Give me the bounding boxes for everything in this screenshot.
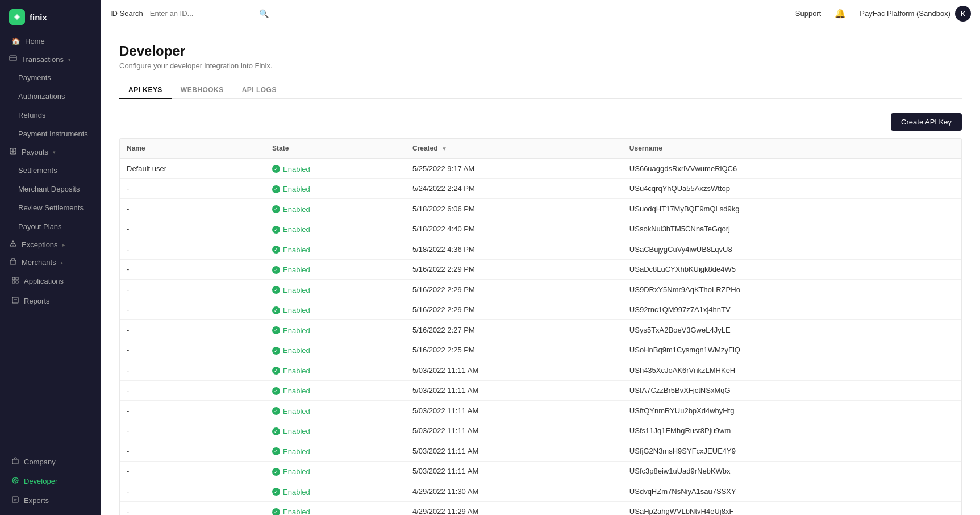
- cell-created: 4/29/2022 11:29 AM: [406, 501, 623, 515]
- table-toolbar: Create API Key: [119, 113, 962, 131]
- sidebar-item-applications[interactable]: Applications: [2, 272, 99, 290]
- state-enabled: ✓Enabled: [272, 367, 310, 375]
- cell-state: ✓Enabled: [265, 239, 406, 260]
- applications-icon: [11, 276, 19, 286]
- search-icon[interactable]: 🔍: [259, 9, 269, 18]
- table-row[interactable]: -✓Enabled5/16/2022 2:25 PMUSoHnBq9m1Cysm…: [120, 340, 961, 360]
- exceptions-icon: [9, 240, 17, 250]
- cell-name: -: [120, 219, 265, 239]
- state-dot-icon: ✓: [272, 165, 280, 173]
- sidebar-item-reports[interactable]: Reports: [2, 292, 99, 310]
- cell-username: USoHnBq9m1Cysmgn1WMzyFiQ: [623, 340, 961, 360]
- table-row[interactable]: -✓Enabled5/03/2022 11:11 AMUSfc3p8eiw1uU…: [120, 461, 961, 481]
- support-link[interactable]: Support: [795, 9, 821, 18]
- col-header-state: State: [265, 139, 406, 159]
- table-row[interactable]: -✓Enabled4/29/2022 11:29 AMUSaHp2ahgWVLb…: [120, 501, 961, 515]
- svg-rect-9: [12, 277, 15, 280]
- sidebar-item-payouts[interactable]: Payouts ▾: [0, 143, 101, 161]
- topbar: ID Search 🔍 Support 🔔 PayFac Platform (S…: [101, 0, 980, 27]
- sidebar-item-payout-plans[interactable]: Payout Plans: [2, 218, 99, 235]
- cell-name: -: [120, 178, 265, 199]
- cell-created: 5/03/2022 11:11 AM: [406, 360, 623, 381]
- reports-icon: [11, 296, 19, 306]
- state-enabled: ✓Enabled: [272, 165, 310, 173]
- sidebar-item-home[interactable]: 🏠 Home: [2, 32, 99, 50]
- sidebar-item-review-settlements[interactable]: Review Settlements: [2, 199, 99, 217]
- cell-created: 5/16/2022 2:29 PM: [406, 259, 623, 280]
- state-enabled: ✓Enabled: [272, 225, 310, 234]
- cell-state: ✓Enabled: [265, 380, 406, 401]
- table-row[interactable]: -✓Enabled5/03/2022 11:11 AMUSfs11Jq1EMhg…: [120, 421, 961, 441]
- table-row[interactable]: -✓Enabled5/03/2022 11:11 AMUSfjG2N3msH9S…: [120, 441, 961, 462]
- sidebar-item-authorizations[interactable]: Authorizations: [2, 88, 99, 105]
- sidebar-item-settlements[interactable]: Settlements: [2, 161, 99, 179]
- sidebar-item-exceptions[interactable]: Exceptions ▸: [0, 236, 101, 254]
- sidebar-item-transactions[interactable]: Transactions ▾: [0, 51, 101, 68]
- cell-created: 5/18/2022 4:40 PM: [406, 219, 623, 239]
- table-row[interactable]: -✓Enabled5/24/2022 2:24 PMUSu4cqrqYhQUa5…: [120, 178, 961, 199]
- cell-created: 5/03/2022 11:11 AM: [406, 380, 623, 401]
- state-enabled: ✓Enabled: [272, 246, 310, 254]
- col-header-created[interactable]: Created ▼: [406, 139, 623, 159]
- notification-bell-icon[interactable]: 🔔: [835, 8, 846, 19]
- tab-api-logs[interactable]: API LOGS: [233, 81, 286, 99]
- svg-point-18: [14, 479, 16, 481]
- cell-username: US66uaggdsRxriVVwumeRiQC6: [623, 159, 961, 179]
- table-row[interactable]: -✓Enabled5/18/2022 4:40 PMUSsokNui3hTM5C…: [120, 219, 961, 239]
- table-row[interactable]: -✓Enabled5/03/2022 11:11 AMUSfA7CzzBr5Bv…: [120, 380, 961, 401]
- table-header-row: Name State Created ▼ Username: [120, 139, 961, 159]
- table-row[interactable]: -✓Enabled4/29/2022 11:30 AMUSdvqHZm7NsNi…: [120, 481, 961, 502]
- col-header-username: Username: [623, 139, 961, 159]
- cell-created: 5/03/2022 11:11 AM: [406, 401, 623, 421]
- cell-state: ✓Enabled: [265, 320, 406, 340]
- cell-username: USsokNui3hTM5CNnaTeGqorj: [623, 219, 961, 239]
- cell-state: ✓Enabled: [265, 259, 406, 280]
- state-dot-icon: ✓: [272, 185, 280, 193]
- table-row[interactable]: -✓Enabled5/16/2022 2:27 PMUSys5TxA2BoeV3…: [120, 320, 961, 340]
- table-row[interactable]: -✓Enabled5/16/2022 2:29 PMUS9DRxY5Nmr9Aq…: [120, 280, 961, 300]
- sidebar-item-exports[interactable]: Exports: [2, 491, 99, 510]
- table-row[interactable]: -✓Enabled5/18/2022 6:06 PMUSuodqHT17MyBQ…: [120, 199, 961, 219]
- cell-name: -: [120, 481, 265, 502]
- tab-webhooks[interactable]: WEBHOOKS: [172, 81, 233, 99]
- sidebar-item-merchants[interactable]: Merchants ▸: [0, 254, 101, 271]
- merchants-chevron: ▸: [61, 260, 64, 265]
- svg-rect-1: [10, 56, 16, 61]
- cell-name: -: [120, 239, 265, 260]
- table-row[interactable]: -✓Enabled5/03/2022 11:11 AMUSftQYnmRYUu2…: [120, 401, 961, 421]
- state-dot-icon: ✓: [272, 266, 280, 274]
- table-row[interactable]: Default user✓Enabled5/25/2022 9:17 AMUS6…: [120, 159, 961, 179]
- svg-rect-23: [12, 497, 18, 502]
- sidebar-item-refunds[interactable]: Refunds: [2, 106, 99, 124]
- sidebar-logo[interactable]: finix: [0, 0, 101, 32]
- state-enabled: ✓Enabled: [272, 488, 310, 496]
- sidebar-item-payments[interactable]: Payments: [2, 69, 99, 86]
- table-row[interactable]: -✓Enabled5/16/2022 2:29 PMUSaDc8LuCYXhbK…: [120, 259, 961, 280]
- cell-state: ✓Enabled: [265, 199, 406, 219]
- table-row[interactable]: -✓Enabled5/16/2022 2:29 PMUS92rnc1QM997z…: [120, 300, 961, 320]
- cell-name: -: [120, 461, 265, 481]
- cell-state: ✓Enabled: [265, 280, 406, 300]
- table-row[interactable]: -✓Enabled5/18/2022 4:36 PMUSaCBujygCuVy4…: [120, 239, 961, 260]
- sidebar-item-developer[interactable]: Developer: [2, 472, 99, 491]
- page-content: Developer Configure your developer integ…: [101, 27, 980, 515]
- main-content: ID Search 🔍 Support 🔔 PayFac Platform (S…: [101, 0, 980, 515]
- cell-username: USfA7CzzBr5BvXFjctNSxMqG: [623, 380, 961, 401]
- create-api-key-button[interactable]: Create API Key: [891, 113, 962, 131]
- tab-api-keys[interactable]: API KEYS: [119, 81, 172, 99]
- cell-name: -: [120, 380, 265, 401]
- table-row[interactable]: -✓Enabled5/03/2022 11:11 AMUSh435XcJoAK6…: [120, 360, 961, 381]
- id-search-input[interactable]: [150, 9, 252, 18]
- sidebar-item-payment-instruments[interactable]: Payment Instruments: [2, 125, 99, 143]
- user-menu[interactable]: PayFac Platform (Sandbox) K: [860, 6, 971, 22]
- api-keys-table-wrapper: Name State Created ▼ Username: [119, 138, 962, 515]
- state-dot-icon: ✓: [272, 447, 280, 455]
- page-subtitle: Configure your developer integration int…: [119, 61, 962, 70]
- cell-name: -: [120, 501, 265, 515]
- sidebar-item-merchant-deposits[interactable]: Merchant Deposits: [2, 180, 99, 198]
- sidebar-item-company[interactable]: Company: [2, 452, 99, 471]
- state-dot-icon: ✓: [272, 286, 280, 294]
- state-dot-icon: ✓: [272, 367, 280, 375]
- logo-text: finix: [30, 13, 47, 22]
- cell-state: ✓Enabled: [265, 401, 406, 421]
